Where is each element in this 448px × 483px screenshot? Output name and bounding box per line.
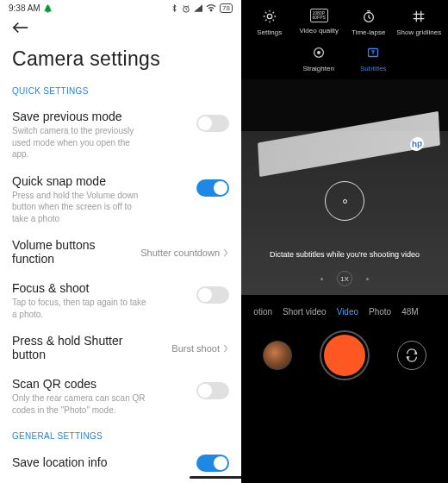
- mode-photo[interactable]: Photo: [369, 307, 391, 317]
- timer-icon: [361, 9, 376, 24]
- settings-screen: 9:38 AM 🌲 78 Camera settings QUICK SETTI…: [0, 0, 241, 483]
- viewfinder[interactable]: hp Dictate subtitles while you're shooti…: [241, 79, 448, 295]
- setting-press-hold-shutter[interactable]: Press & hold Shutter button Burst shoot: [0, 327, 241, 370]
- bluetooth-icon: [171, 3, 178, 13]
- zoom-selector[interactable]: 1X: [241, 271, 448, 286]
- setting-desc: Tap to focus, then tap again to take a p…: [12, 297, 190, 320]
- status-bar: 9:38 AM 🌲 78: [0, 0, 241, 15]
- camera-option-straighten[interactable]: Straighten: [302, 45, 333, 72]
- camera-controls: [241, 323, 448, 387]
- mode-strip[interactable]: otion Short video Video Photo 48M: [241, 295, 448, 323]
- tree-icon: 🌲: [43, 4, 53, 13]
- subtitles-icon: [365, 45, 381, 60]
- chevron-right-icon: [222, 344, 229, 353]
- mode-short-video[interactable]: Short video: [283, 307, 327, 317]
- alarm-icon: [182, 4, 190, 13]
- hp-logo: hp: [410, 136, 424, 152]
- gallery-thumbnail[interactable]: [263, 341, 292, 370]
- subtitle-hint: Dictate subtitles while you're shooting …: [241, 249, 448, 260]
- setting-save-previous-mode[interactable]: Save previous mode Switch camera to the …: [0, 103, 241, 167]
- mode-48m[interactable]: 48M: [401, 307, 418, 317]
- camera-option-time-lapse[interactable]: Time-lapse: [347, 9, 390, 36]
- page-title: Camera settings: [0, 42, 241, 83]
- camera-option-subtitles[interactable]: Subtitles: [360, 45, 387, 72]
- toggle[interactable]: [196, 382, 229, 399]
- setting-desc: Only the rear camera can scan QR codes i…: [12, 392, 190, 416]
- camera-option-settings[interactable]: Settings: [248, 9, 291, 36]
- section-quick-settings: QUICK SETTINGS: [0, 83, 241, 103]
- setting-title: Press & hold Shutter button: [12, 334, 133, 361]
- flip-icon: [404, 348, 420, 363]
- camera-option-video-quality[interactable]: 1080P 60FPS Video quality: [297, 9, 340, 36]
- toggle[interactable]: [196, 286, 229, 304]
- back-button[interactable]: [0, 15, 241, 42]
- flip-camera-button[interactable]: [397, 341, 426, 370]
- camera-screen: Settings 1080P 60FPS Video quality Time-…: [241, 0, 448, 483]
- camera-top-row2: Straighten Subtitles: [241, 41, 448, 79]
- setting-title: Quick snap mode: [12, 174, 190, 188]
- svg-point-1: [210, 9, 212, 11]
- setting-title: Save location info: [12, 455, 108, 469]
- setting-value: Shutter countdown: [140, 248, 220, 258]
- setting-title: Scan QR codes: [12, 377, 190, 391]
- zoom-dot: [366, 278, 369, 280]
- camera-option-gridlines[interactable]: Show gridlines: [396, 9, 441, 36]
- signal-icon: [194, 4, 202, 12]
- setting-title: Focus & shoot: [12, 281, 190, 295]
- wifi-icon: [206, 4, 216, 12]
- zoom-dot: [320, 278, 323, 280]
- toggle[interactable]: [196, 455, 229, 472]
- section-general-settings: GENERAL SETTINGS: [0, 428, 241, 448]
- level-icon: [311, 45, 327, 60]
- setting-title: Volume buttons function: [12, 238, 124, 266]
- setting-desc: Switch camera to the previously used mod…: [12, 125, 190, 160]
- focus-ring[interactable]: [325, 181, 364, 221]
- svg-point-5: [317, 52, 320, 54]
- setting-focus-and-shoot[interactable]: Focus & shoot Tap to focus, then tap aga…: [0, 274, 241, 327]
- status-time: 9:38 AM: [9, 3, 40, 13]
- setting-desc: Press and hold the Volume down button wh…: [12, 190, 190, 225]
- zoom-level[interactable]: 1X: [337, 271, 352, 286]
- setting-quick-snap-mode[interactable]: Quick snap mode Press and hold the Volum…: [0, 167, 241, 232]
- setting-scan-qr-codes[interactable]: Scan QR codes Only the rear camera can s…: [0, 370, 241, 423]
- shutter-button[interactable]: [321, 332, 368, 379]
- svg-point-2: [267, 14, 271, 18]
- setting-save-location-info[interactable]: Save location info: [0, 448, 241, 479]
- toggle[interactable]: [196, 115, 229, 132]
- gear-icon: [262, 9, 277, 24]
- arrow-left-icon: [12, 22, 29, 34]
- setting-volume-buttons-function[interactable]: Volume buttons function Shutter countdow…: [0, 231, 241, 274]
- setting-value: Burst shoot: [171, 343, 220, 354]
- setting-title: Save previous mode: [12, 110, 190, 123]
- toggle[interactable]: [196, 179, 229, 197]
- battery-icon: 78: [220, 3, 233, 13]
- chevron-right-icon: [222, 248, 229, 257]
- camera-top-options: Settings 1080P 60FPS Video quality Time-…: [241, 0, 448, 41]
- quality-badge-icon: 1080P 60FPS: [310, 9, 328, 22]
- status-icons: 78: [171, 3, 233, 13]
- mode-slowmotion[interactable]: otion: [253, 307, 272, 317]
- mode-video[interactable]: Video: [337, 307, 358, 317]
- grid-icon: [411, 9, 426, 24]
